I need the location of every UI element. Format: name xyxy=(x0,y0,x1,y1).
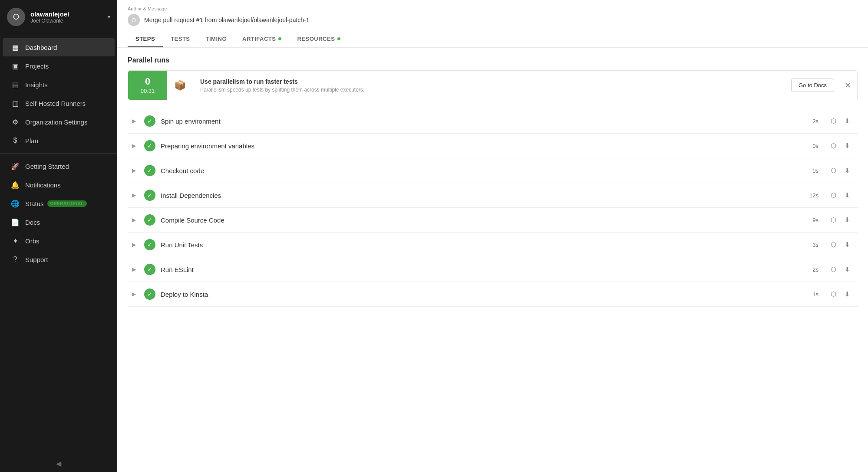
sidebar-item-support[interactable]: ? Support xyxy=(3,250,115,269)
globe-icon: 🌐 xyxy=(10,199,20,208)
download-icon[interactable]: ⬇ xyxy=(841,214,853,226)
table-row[interactable]: ▶ ✓ Compile Source Code 9s ⬡ ⬇ xyxy=(128,208,858,233)
sidebar-item-label: Organization Settings xyxy=(25,118,87,126)
step-time: 0s xyxy=(806,167,818,174)
sidebar-item-getting-started[interactable]: 🚀 Getting Started xyxy=(3,157,115,175)
sidebar-item-insights[interactable]: ▤ Insights xyxy=(3,75,115,94)
step-success-icon: ✓ xyxy=(144,140,155,151)
download-icon[interactable]: ⬇ xyxy=(841,189,853,201)
grid-icon: ▦ xyxy=(10,43,20,52)
external-link-icon[interactable]: ⬡ xyxy=(827,115,839,127)
step-time: 12s xyxy=(806,192,818,199)
sidebar-item-label: Plan xyxy=(25,137,38,144)
sidebar-item-notifications[interactable]: 🔔 Notifications xyxy=(3,176,115,194)
tab-resources[interactable]: RESOURCES xyxy=(289,31,348,47)
table-row[interactable]: ▶ ✓ Install Dependencies 12s ⬡ ⬇ xyxy=(128,183,858,208)
sidebar-item-label: Dashboard xyxy=(25,44,57,51)
user-menu[interactable]: O olawanlejoel Joel Olawanle ▾ xyxy=(0,0,117,34)
sidebar-item-orbs[interactable]: ✦ Orbs xyxy=(3,232,115,250)
external-link-icon[interactable]: ⬡ xyxy=(827,140,839,152)
external-link-icon[interactable]: ⬡ xyxy=(827,214,839,226)
author-avatar: O xyxy=(128,14,140,26)
close-banner-button[interactable]: ✕ xyxy=(838,76,857,95)
parallelism-text-sub: Parallelism speeds up tests by splitting… xyxy=(200,87,780,93)
sidebar-item-label: Support xyxy=(25,256,48,263)
step-name: Deploy to Kinsta xyxy=(161,291,806,298)
external-link-icon[interactable]: ⬡ xyxy=(827,288,839,300)
table-row[interactable]: ▶ ✓ Deploy to Kinsta 1s ⬡ ⬇ xyxy=(128,282,858,307)
chevron-right-icon: ▶ xyxy=(132,118,141,124)
parallelism-time: 00:31 xyxy=(141,88,155,94)
step-time: 1s xyxy=(806,291,818,298)
table-row[interactable]: ▶ ✓ Run Unit Tests 3s ⬡ ⬇ xyxy=(128,233,858,257)
download-icon[interactable]: ⬇ xyxy=(841,239,853,251)
sidebar-item-projects[interactable]: ▣ Projects xyxy=(3,57,115,75)
external-link-icon[interactable]: ⬡ xyxy=(827,164,839,177)
step-success-icon: ✓ xyxy=(144,165,155,176)
resources-dot xyxy=(337,37,340,40)
step-success-icon: ✓ xyxy=(144,190,155,201)
step-success-icon: ✓ xyxy=(144,214,155,226)
sidebar-item-organization-settings[interactable]: ⚙ Organization Settings xyxy=(3,113,115,131)
tab-tests[interactable]: TESTS xyxy=(163,31,198,47)
tab-artifacts[interactable]: ARTIFACTS xyxy=(234,31,289,47)
question-icon: ? xyxy=(10,255,20,264)
table-row[interactable]: ▶ ✓ Run ESLint 2s ⬡ ⬇ xyxy=(128,257,858,282)
sidebar-item-label: Getting Started xyxy=(25,163,69,170)
table-row[interactable]: ▶ ✓ Preparing environment variables 0s ⬡… xyxy=(128,134,858,158)
step-time: 2s xyxy=(806,118,818,125)
chevron-right-icon: ▶ xyxy=(132,291,141,297)
download-icon[interactable]: ⬇ xyxy=(841,164,853,177)
sidebar-item-dashboard[interactable]: ▦ Dashboard xyxy=(3,38,115,56)
tab-timing[interactable]: TIMING xyxy=(198,31,235,47)
collapse-icon: ◀ xyxy=(56,459,61,468)
parallel-runs-title: Parallel runs xyxy=(128,56,858,64)
chart-icon: ▤ xyxy=(10,80,20,89)
chevron-right-icon: ▶ xyxy=(132,266,141,272)
content-body: Parallel runs 0 00:31 📦 Use parallelism … xyxy=(117,48,868,472)
rocket-icon: 🚀 xyxy=(10,161,20,171)
download-icon[interactable]: ⬇ xyxy=(841,140,853,152)
parallelism-icon-box: 📦 xyxy=(167,74,193,97)
chevron-right-icon: ▶ xyxy=(132,167,141,174)
parallelism-green-box: 0 00:31 xyxy=(128,71,167,100)
tab-steps[interactable]: STEPS xyxy=(128,31,163,47)
step-name: Preparing environment variables xyxy=(161,142,806,150)
bell-icon: 🔔 xyxy=(10,180,20,190)
orbs-icon: ✦ xyxy=(10,236,20,246)
collapse-sidebar-button[interactable]: ◀ xyxy=(0,455,117,472)
step-name: Run ESLint xyxy=(161,266,806,273)
sidebar-item-self-hosted-runners[interactable]: ▥ Self-Hosted Runners xyxy=(3,94,115,112)
external-link-icon[interactable]: ⬡ xyxy=(827,189,839,201)
go-to-docs-button[interactable]: Go to Docs xyxy=(791,79,834,92)
step-name: Install Dependencies xyxy=(161,192,806,199)
download-icon[interactable]: ⬇ xyxy=(841,288,853,300)
step-success-icon: ✓ xyxy=(144,239,155,250)
file-icon: 📄 xyxy=(10,217,20,227)
sidebar-item-label: Orbs xyxy=(25,237,40,245)
step-name: Checkout code xyxy=(161,167,806,174)
sidebar-item-plan[interactable]: $ Plan xyxy=(3,131,115,150)
sidebar-item-docs[interactable]: 📄 Docs xyxy=(3,213,115,231)
folder-icon: ▣ xyxy=(10,61,20,71)
author-row: O Merge pull request #1 from olawanlejoe… xyxy=(128,14,858,26)
external-link-icon[interactable]: ⬡ xyxy=(827,239,839,251)
step-success-icon: ✓ xyxy=(144,288,155,300)
avatar: O xyxy=(7,8,25,26)
username: olawanlejoel xyxy=(30,10,108,18)
step-time: 9s xyxy=(806,217,818,223)
external-link-icon[interactable]: ⬡ xyxy=(827,263,839,275)
step-time: 3s xyxy=(806,242,818,248)
chevron-right-icon: ▶ xyxy=(132,143,141,149)
download-icon[interactable]: ⬇ xyxy=(841,115,853,127)
table-row[interactable]: ▶ ✓ Checkout code 0s ⬡ ⬇ xyxy=(128,158,858,183)
chevron-down-icon: ▾ xyxy=(108,14,110,20)
commit-message: Merge pull request #1 from olawanlejoel/… xyxy=(144,16,310,23)
sidebar-item-status[interactable]: 🌐 Status OPERATIONAL xyxy=(3,194,115,213)
sidebar-divider xyxy=(0,153,117,154)
step-success-icon: ✓ xyxy=(144,115,155,127)
table-row[interactable]: ▶ ✓ Spin up environment 2s ⬡ ⬇ xyxy=(128,109,858,134)
download-icon[interactable]: ⬇ xyxy=(841,263,853,275)
sidebar-item-label: Status xyxy=(25,200,44,207)
sidebar-item-label: Self-Hosted Runners xyxy=(25,100,86,107)
